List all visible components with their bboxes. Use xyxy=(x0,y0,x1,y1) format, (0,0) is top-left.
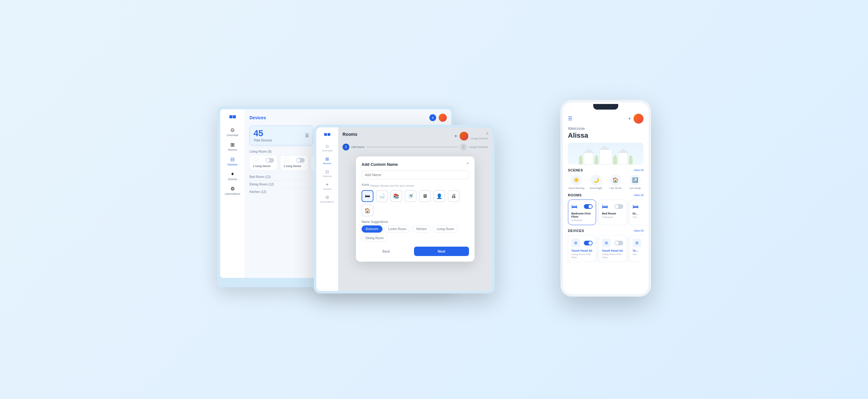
tablet-screen: ■■ ⊙ Overview ⊞ Rooms ⊟ Devices ✦ Scenes xyxy=(314,125,495,294)
scene-morning-label: Good Morning xyxy=(568,187,585,190)
icon-item-2[interactable]: 📚 xyxy=(390,190,402,202)
automations-icon: ⚙ xyxy=(230,186,235,192)
total-devices-icon: ☰ xyxy=(305,133,309,138)
touch-panel-icon-2: ⊞ xyxy=(632,239,641,247)
tab-rooms[interactable]: ⊞ Rooms xyxy=(318,155,337,166)
room-toggle-0[interactable] xyxy=(584,204,593,209)
phone-device-card-2[interactable]: ⊞ To... Livi... xyxy=(629,235,644,262)
modal-form-group xyxy=(362,171,469,179)
suggestion-dining[interactable]: Dining Room xyxy=(362,235,388,242)
icon-item-4[interactable]: 🖥 xyxy=(419,190,431,202)
scene-i-am-away[interactable]: ↗️ I am Away xyxy=(627,175,644,190)
tab-overview[interactable]: ⊙ Overview xyxy=(318,142,337,154)
desktop-logo: ■■ xyxy=(229,113,236,120)
city-tree-3 xyxy=(613,155,617,164)
device-toggle-off-1[interactable] xyxy=(615,241,623,245)
scenes-section-header: SCENES View All xyxy=(568,168,644,172)
city-house-3 xyxy=(618,152,628,164)
room-card-bedroom[interactable]: 🛏 Bed Room 3 Devices xyxy=(598,200,627,225)
phone-device-location-2: Livi... xyxy=(632,253,644,256)
device-toggle-1[interactable] xyxy=(296,158,305,163)
phone-device-card-0[interactable]: ⊞ Touch Panel 3G Living Room First Floor xyxy=(568,235,596,262)
scene-good-night[interactable]: 🌙 Good Night xyxy=(588,175,605,190)
sidebar-item-automations[interactable]: ⚙ Automations xyxy=(222,184,243,197)
room-card-di[interactable]: 🛏 Di... 3 D... xyxy=(629,200,644,225)
tablet-logo: ■■ xyxy=(324,131,331,138)
tab-rooms-icon: ⊞ xyxy=(326,156,329,161)
device-card-header-0: ⊞ xyxy=(571,239,593,247)
phone-device-card-1[interactable]: ⊞ Touch Panel 2G Living Room First Floor xyxy=(598,235,627,262)
suggestion-lorem[interactable]: Lorem Room xyxy=(384,225,411,233)
phone-avatar[interactable] xyxy=(633,114,644,124)
phone-menu-icon[interactable]: ☰ xyxy=(568,116,572,121)
tab-devices-icon: ⊟ xyxy=(326,169,329,174)
room-card-devices-2: 3 D... xyxy=(632,216,644,219)
scene-away-label: I am Away xyxy=(629,187,641,190)
city-tree-2 xyxy=(594,155,598,164)
modal-card: Add Custom Name × Icons Please choose ic… xyxy=(356,156,474,262)
city-house-1 xyxy=(584,152,593,164)
scenes-title: SCENES xyxy=(568,168,583,172)
phone-add-button[interactable]: + xyxy=(628,116,631,121)
room-card-bedroom-first[interactable]: 🛏 Bedroom First Floor 6 Devices xyxy=(568,200,596,225)
total-devices-label: Total Devices xyxy=(253,139,272,142)
room-card-name-2: Di... xyxy=(632,212,644,215)
scene-i-am-home[interactable]: 🏠 I am Home xyxy=(607,175,624,190)
tab-scenes[interactable]: ✦ Scenes xyxy=(318,180,337,192)
city-tree-1 xyxy=(579,155,583,164)
icon-item-5[interactable]: 👤 xyxy=(433,190,445,202)
modal-overlay: Add Custom Name × Icons Please choose ic… xyxy=(338,127,492,291)
sidebar-item-devices[interactable]: ⊟ Devices xyxy=(222,155,243,168)
room-name-input[interactable] xyxy=(362,171,469,179)
devices-view-all[interactable]: View All xyxy=(634,229,644,232)
phone-device-name-2: To... xyxy=(632,249,644,252)
phone-device-name-1: Touch Panel 2G xyxy=(602,249,623,252)
page-title: Devices xyxy=(249,115,266,120)
phone-content: ☰ + Welcome Alissa SCENES xyxy=(563,111,649,294)
suggestion-kitchen[interactable]: Kitchen xyxy=(412,225,431,233)
device-name-1: 2 Gang Device xyxy=(283,164,305,168)
scenes-view-all[interactable]: View All xyxy=(634,168,644,172)
tab-devices[interactable]: ⊟ Devices xyxy=(318,168,337,179)
icon-item-3[interactable]: 🚿 xyxy=(405,190,416,202)
icons-form-group: Icons Please choose icon for your scene!… xyxy=(362,183,469,216)
tab-automations[interactable]: ⚙ Automations xyxy=(318,193,337,205)
suggestion-bedroom[interactable]: Bedroom xyxy=(362,225,382,233)
desktop-sidebar: ■■ ⊙ Overview ⊞ Rooms ⊟ Devices ✦ Scenes xyxy=(220,109,245,278)
icon-item-7[interactable]: 🏠 xyxy=(362,205,373,216)
scene-night-icon: 🌙 xyxy=(590,175,602,186)
rooms-section-header: ROOMS View All xyxy=(568,193,644,197)
device-toggle-on-0[interactable] xyxy=(584,241,593,245)
tab-overview-label: Overview xyxy=(322,149,332,152)
tab-scenes-label: Scenes xyxy=(323,188,332,190)
name-suggestions-title: Name Suggestions xyxy=(362,220,469,223)
device-menu-0[interactable]: ··· xyxy=(253,158,258,163)
room-toggle-1[interactable] xyxy=(615,204,623,209)
icons-grid: 🛏 🛁 📚 🚿 🖥 👤 🖨 🏠 xyxy=(362,190,469,216)
icon-item-1[interactable]: 🛁 xyxy=(376,190,388,202)
sidebar-item-scenes[interactable]: ✦ Scenes xyxy=(222,169,243,183)
header-actions: + xyxy=(429,114,447,122)
phone-device-location-0: Living Room First Floor xyxy=(571,253,593,259)
total-devices-number: 45 xyxy=(253,129,272,138)
back-button[interactable]: Back xyxy=(362,249,411,253)
tab-overview-icon: ⊙ xyxy=(326,144,329,149)
stat-total-content: 45 Total Devices xyxy=(253,129,272,142)
city-illustration xyxy=(568,143,644,164)
device-menu-1[interactable]: ··· xyxy=(283,158,289,163)
icon-item-6[interactable]: 🖨 xyxy=(448,190,460,202)
sidebar-item-rooms[interactable]: ⊞ Rooms xyxy=(222,140,243,153)
sidebar-item-overview[interactable]: ⊙ Overview xyxy=(222,125,243,139)
add-device-button[interactable]: + xyxy=(429,114,436,121)
device-toggle-0[interactable] xyxy=(266,158,274,163)
modal-close-button[interactable]: × xyxy=(465,160,471,166)
devices-icon: ⊟ xyxy=(230,156,235,162)
next-button[interactable]: Next xyxy=(414,247,469,256)
icon-item-0[interactable]: 🛏 xyxy=(362,190,373,202)
rooms-view-all[interactable]: View All xyxy=(634,193,644,197)
suggestion-living[interactable]: Living Room xyxy=(433,225,458,233)
phone-notch-inner xyxy=(593,104,618,110)
scene-good-morning[interactable]: ☀️ Good Morning xyxy=(568,175,585,190)
user-avatar[interactable] xyxy=(439,114,447,122)
rooms-title: ROOMS xyxy=(568,193,582,197)
